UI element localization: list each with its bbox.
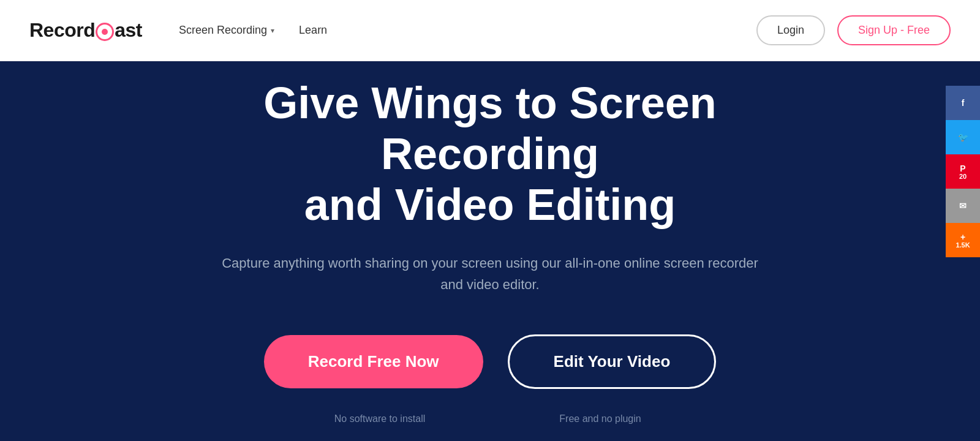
hero-title-line1: Give Wings to Screen Recording [263, 78, 717, 178]
edit-your-video-button[interactable]: Edit Your Video [508, 334, 717, 389]
record-free-now-button[interactable]: Record Free Now [264, 335, 483, 388]
hero-title-line2: and Video Editing [304, 180, 676, 229]
login-button[interactable]: Login [756, 15, 825, 45]
nav-screen-recording[interactable]: Screen Recording ▾ [179, 24, 274, 37]
twitter-icon: 🐦 [958, 132, 968, 142]
hero-title: Give Wings to Screen Recording and Video… [153, 78, 827, 230]
email-icon: ✉ [959, 201, 967, 211]
hero-buttons: Record Free Now Edit Your Video No softw… [264, 334, 717, 424]
navbar: Recordast Screen Recording ▾ Learn Login… [0, 0, 980, 61]
twitter-share-button[interactable]: 🐦 [946, 120, 980, 154]
hero-buttons-row: Record Free Now Edit Your Video [264, 334, 717, 389]
logo-text: Recordast [29, 19, 142, 42]
logo-prefix: Record [29, 19, 95, 41]
share-count: 1.5K [956, 242, 970, 249]
logo-o-icon [96, 23, 114, 41]
screen-recording-label: Screen Recording [179, 24, 267, 37]
logo[interactable]: Recordast [29, 19, 142, 42]
btn-hints: No software to install Free and no plugi… [282, 413, 698, 424]
learn-label: Learn [299, 24, 327, 37]
facebook-share-button[interactable]: f [946, 86, 980, 120]
pinterest-share-button[interactable]: P 20 [946, 154, 980, 189]
signup-button[interactable]: Sign Up - Free [837, 15, 951, 45]
facebook-icon: f [962, 98, 965, 108]
logo-suffix: ast [115, 19, 142, 41]
email-share-button[interactable]: ✉ [946, 189, 980, 223]
hero-subtitle: Capture anything worth sharing on your s… [214, 252, 766, 295]
share-button[interactable]: + 1.5K [946, 223, 980, 257]
edit-hint: Free and no plugin [502, 413, 698, 424]
chevron-down-icon: ▾ [271, 26, 274, 35]
nav-links: Screen Recording ▾ Learn [179, 24, 756, 37]
nav-learn[interactable]: Learn [299, 24, 327, 37]
hero-section: Give Wings to Screen Recording and Video… [0, 61, 980, 441]
pinterest-count: 20 [959, 173, 967, 180]
pinterest-icon: P [960, 164, 965, 173]
social-sidebar: f 🐦 P 20 ✉ + 1.5K [946, 86, 980, 257]
nav-actions: Login Sign Up - Free [756, 15, 951, 45]
record-hint: No software to install [282, 413, 478, 424]
share-icon: + [960, 232, 965, 242]
